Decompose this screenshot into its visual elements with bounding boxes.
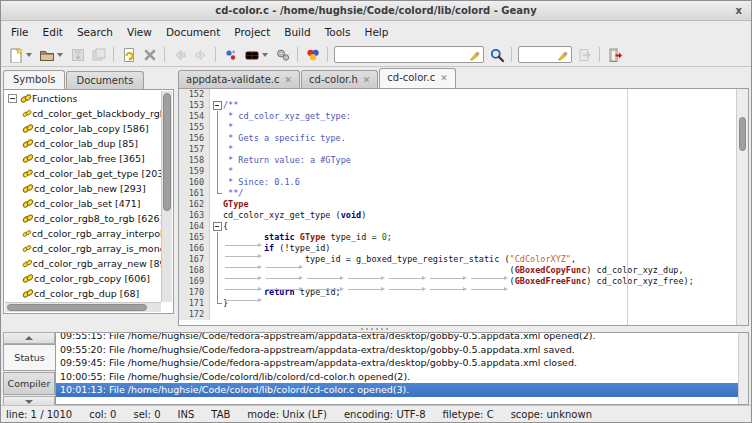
search-input[interactable] bbox=[334, 46, 484, 63]
clear-search-icon[interactable] bbox=[469, 49, 481, 61]
code-line[interactable]: 158 * Return value: a #GType bbox=[179, 155, 748, 166]
code-line[interactable]: 156 * Gets a specific type. bbox=[179, 133, 748, 144]
window-close-icon[interactable]: x bbox=[736, 1, 742, 20]
tree-item-function[interactable]: cd_color_lab_new [293] bbox=[5, 181, 161, 196]
code-line[interactable]: 159 * bbox=[179, 166, 748, 177]
code-line[interactable]: 154 * cd_color_xyz_get_type: bbox=[179, 111, 748, 122]
line-number[interactable]: 152 bbox=[179, 89, 210, 100]
find-button[interactable] bbox=[486, 45, 507, 65]
code-editor[interactable]: 152153/**154 * cd_color_xyz_get_type:155… bbox=[178, 89, 749, 326]
scrollbar-thumb[interactable] bbox=[739, 117, 746, 151]
sidebar-vertical-scrollbar[interactable] bbox=[161, 91, 172, 302]
tree-expander-icon[interactable] bbox=[8, 94, 17, 103]
navigate-back-button[interactable] bbox=[169, 45, 190, 65]
tree-item-function[interactable]: cd_color_rgb_array_interpolate [9 bbox=[5, 226, 161, 241]
tree-item-function[interactable]: cd_color_lab_dup [85] bbox=[5, 136, 161, 151]
editor-tab-appdata-validate.c[interactable]: appdata-validate.c✕ bbox=[178, 70, 300, 88]
line-number[interactable]: 156 bbox=[179, 133, 210, 144]
line-number[interactable]: 153 bbox=[179, 100, 210, 111]
code-line[interactable]: 167type_id = g_boxed_type_register_stati… bbox=[179, 254, 748, 265]
status-message-row[interactable]: 09:59:45: File /home/hughsie/Code/fedora… bbox=[56, 356, 748, 370]
line-number[interactable]: 154 bbox=[179, 111, 210, 122]
open-file-dropdown[interactable] bbox=[57, 53, 63, 57]
line-number[interactable]: 159 bbox=[179, 166, 210, 177]
fold-marker-icon[interactable] bbox=[210, 100, 223, 111]
tree-item-function[interactable]: cd_color_rgb_copy [606] bbox=[5, 271, 161, 286]
line-number[interactable]: 160 bbox=[179, 177, 210, 188]
sidebar-horizontal-scrollbar[interactable] bbox=[5, 302, 161, 312]
sidebar-tab-symbols[interactable]: Symbols bbox=[3, 70, 65, 89]
line-number[interactable]: 164 bbox=[179, 221, 210, 232]
tab-scroll-up-button[interactable] bbox=[3, 332, 55, 344]
line-number[interactable]: 157 bbox=[179, 144, 210, 155]
tree-item-function[interactable]: cd_color_rgb_array_is_monotonic bbox=[5, 241, 161, 256]
tab-close-icon[interactable]: ✕ bbox=[363, 75, 371, 85]
code-line[interactable]: 160 * Since: 0.1.6 bbox=[179, 177, 748, 188]
tree-root-functions[interactable]: Functions bbox=[5, 91, 161, 106]
tab-close-icon[interactable]: ✕ bbox=[285, 75, 293, 85]
open-file-button[interactable] bbox=[36, 45, 57, 65]
code-line[interactable]: 168(GBoxedCopyFunc) cd_color_xyz_dup, bbox=[179, 265, 748, 276]
line-number[interactable]: 170 bbox=[179, 287, 210, 298]
tree-item-function[interactable]: cd_color_rgb8_to_rgb [626] bbox=[5, 211, 161, 226]
run-button[interactable] bbox=[272, 45, 293, 65]
menu-item-document[interactable]: Document bbox=[159, 23, 227, 41]
code-line[interactable]: 163cd_color_xyz_get_type (void) bbox=[179, 210, 748, 221]
line-number[interactable]: 163 bbox=[179, 210, 210, 221]
status-message-row[interactable]: 10:01:13: File /home/hughsie/Code/colord… bbox=[56, 383, 748, 397]
status-message-row[interactable]: 09:55:15: File /home/hughsie/Code/fedora… bbox=[56, 332, 748, 343]
code-line[interactable]: 165static GType type_id = 0; bbox=[179, 232, 748, 243]
build-dropdown[interactable] bbox=[262, 53, 268, 57]
compile-button[interactable] bbox=[220, 45, 241, 65]
code-line[interactable]: 166if (!type_id) bbox=[179, 243, 748, 254]
line-number[interactable]: 162 bbox=[179, 199, 210, 210]
code-line[interactable]: 152 bbox=[179, 89, 748, 100]
revert-button[interactable] bbox=[118, 45, 139, 65]
menu-item-help[interactable]: Help bbox=[358, 23, 396, 41]
save-button[interactable] bbox=[67, 45, 88, 65]
tab-status[interactable]: Status bbox=[3, 344, 55, 371]
tree-item-function[interactable]: cd_color_rgb_dup [68] bbox=[5, 286, 161, 301]
menu-item-search[interactable]: Search bbox=[70, 23, 120, 41]
line-number[interactable]: 169 bbox=[179, 276, 210, 287]
menu-item-project[interactable]: Project bbox=[227, 23, 277, 41]
editor-tab-cd-color.h[interactable]: cd-color.h✕ bbox=[301, 70, 378, 88]
tree-item-function[interactable]: cd_color_lab_set [471] bbox=[5, 196, 161, 211]
line-number[interactable]: 166 bbox=[179, 243, 210, 254]
code-line[interactable]: 171} bbox=[179, 298, 748, 309]
splitter-grip[interactable] bbox=[361, 328, 391, 330]
code-line[interactable]: 157 * bbox=[179, 144, 748, 155]
line-number[interactable]: 168 bbox=[179, 265, 210, 276]
status-message-row[interactable]: 10:00:55: File /home/hughsie/Code/colord… bbox=[56, 370, 748, 384]
build-button[interactable] bbox=[241, 45, 262, 65]
code-line[interactable]: 162GType bbox=[179, 199, 748, 210]
code-line[interactable]: 155 * bbox=[179, 122, 748, 133]
title-bar[interactable]: cd-color.c - /home/hughsie/Code/colord/l… bbox=[1, 1, 751, 21]
goto-line-input[interactable] bbox=[518, 46, 572, 63]
editor-vertical-scrollbar[interactable] bbox=[736, 89, 748, 325]
jump-to-line-button[interactable] bbox=[574, 45, 595, 65]
menu-item-edit[interactable]: Edit bbox=[36, 23, 70, 41]
editor-tab-cd-color.c[interactable]: cd-color.c✕ bbox=[379, 68, 455, 88]
tree-item-function[interactable]: cd_color_lab_get_type [203] bbox=[5, 166, 161, 181]
line-number[interactable]: 155 bbox=[179, 122, 210, 133]
line-number[interactable]: 158 bbox=[179, 155, 210, 166]
scrollbar-thumb[interactable] bbox=[7, 304, 147, 311]
tab-close-icon[interactable]: ✕ bbox=[440, 73, 448, 83]
tree-item-function[interactable]: cd_color_lab_copy [586] bbox=[5, 121, 161, 136]
code-line[interactable]: 164{ bbox=[179, 221, 748, 232]
quit-button[interactable] bbox=[604, 45, 625, 65]
new-file-button[interactable] bbox=[5, 45, 26, 65]
menu-item-file[interactable]: File bbox=[4, 23, 36, 41]
tree-item-function[interactable]: cd_color_lab_free [365] bbox=[5, 151, 161, 166]
line-number[interactable]: 172 bbox=[179, 309, 210, 320]
status-message-row[interactable]: 09:55:20: File /home/hughsie/Code/fedora… bbox=[56, 343, 748, 357]
code-line[interactable]: 161 **/ bbox=[179, 188, 748, 199]
line-number[interactable]: 161 bbox=[179, 188, 210, 199]
new-file-dropdown[interactable] bbox=[26, 53, 32, 57]
tree-item-function[interactable]: cd_color_get_blackbody_rgb [99 bbox=[5, 106, 161, 121]
close-document-button[interactable] bbox=[139, 45, 160, 65]
navigate-forward-button[interactable] bbox=[190, 45, 211, 65]
save-all-button[interactable] bbox=[88, 45, 109, 65]
menu-item-view[interactable]: View bbox=[120, 23, 159, 41]
